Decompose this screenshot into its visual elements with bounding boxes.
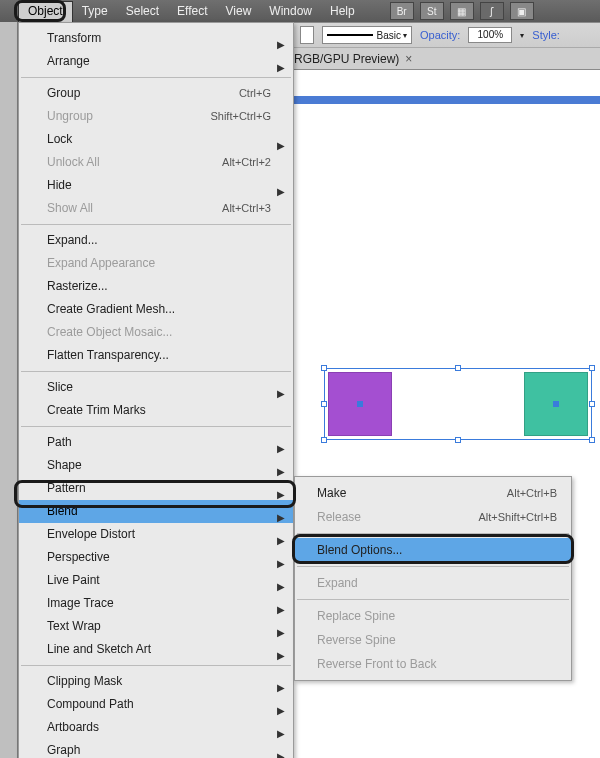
opacity-label: Opacity:: [420, 29, 460, 41]
blend-submenu: MakeAlt+Ctrl+BReleaseAlt+Shift+Ctrl+BBle…: [294, 476, 572, 681]
menu-item-create-gradient-mesh-[interactable]: Create Gradient Mesh...: [19, 298, 293, 321]
menu-item-artboards[interactable]: Artboards▶: [19, 716, 293, 739]
menu-item-live-paint[interactable]: Live Paint▶: [19, 569, 293, 592]
menu-effect[interactable]: Effect: [168, 0, 216, 22]
menu-item-show-all: Show AllAlt+Ctrl+3: [19, 197, 293, 220]
brush-stroke-dropdown[interactable]: Basic▾: [322, 26, 412, 44]
menu-item-create-trim-marks[interactable]: Create Trim Marks: [19, 399, 293, 422]
menu-item-envelope-distort[interactable]: Envelope Distort▶: [19, 523, 293, 546]
stroke-width-dropdown[interactable]: [300, 26, 314, 44]
feather-icon[interactable]: ʃ: [480, 2, 504, 20]
style-label: Style:: [532, 29, 560, 41]
menu-item-expand-appearance: Expand Appearance: [19, 252, 293, 275]
menubar: Object Type Select Effect View Window He…: [0, 0, 600, 22]
opacity-field[interactable]: 100%: [468, 27, 512, 43]
menu-item-hide[interactable]: Hide▶: [19, 174, 293, 197]
menu-item-path[interactable]: Path▶: [19, 431, 293, 454]
chevron-right-icon: ▶: [277, 644, 285, 667]
menu-item-arrange[interactable]: Arrange▶: [19, 50, 293, 73]
menu-item-transform[interactable]: Transform▶: [19, 27, 293, 50]
menu-select[interactable]: Select: [117, 0, 168, 22]
chevron-right-icon: ▶: [277, 745, 285, 758]
panel-icon[interactable]: ▦: [450, 2, 474, 20]
st-icon[interactable]: St: [420, 2, 444, 20]
menu-item-create-object-mosaic-: Create Object Mosaic...: [19, 321, 293, 344]
submenu-item-replace-spine: Replace Spine: [295, 604, 571, 628]
menu-item-expand-[interactable]: Expand...: [19, 229, 293, 252]
object-menu: Transform▶Arrange▶GroupCtrl+GUngroupShif…: [18, 22, 294, 758]
submenu-item-reverse-spine: Reverse Spine: [295, 628, 571, 652]
menu-item-graph[interactable]: Graph▶: [19, 739, 293, 758]
menu-item-blend[interactable]: Blend▶: [19, 500, 293, 523]
submenu-item-blend-options-[interactable]: Blend Options...: [295, 538, 571, 562]
menu-item-compound-path[interactable]: Compound Path▶: [19, 693, 293, 716]
menu-item-lock[interactable]: Lock▶: [19, 128, 293, 151]
menu-item-shape[interactable]: Shape▶: [19, 454, 293, 477]
menu-object[interactable]: Object: [18, 1, 73, 22]
menu-item-slice[interactable]: Slice▶: [19, 376, 293, 399]
submenu-item-reverse-front-to-back: Reverse Front to Back: [295, 652, 571, 676]
menu-item-text-wrap[interactable]: Text Wrap▶: [19, 615, 293, 638]
menu-view[interactable]: View: [217, 0, 261, 22]
selection-box: [324, 368, 592, 440]
menu-type[interactable]: Type: [73, 0, 117, 22]
menu-item-flatten-transparency-[interactable]: Flatten Transparency...: [19, 344, 293, 367]
menu-item-group[interactable]: GroupCtrl+G: [19, 82, 293, 105]
menu-item-clipping-mask[interactable]: Clipping Mask▶: [19, 670, 293, 693]
submenu-item-expand: Expand: [295, 571, 571, 595]
toolbox: [0, 22, 18, 758]
menu-item-perspective[interactable]: Perspective▶: [19, 546, 293, 569]
menu-window[interactable]: Window: [260, 0, 321, 22]
br-icon[interactable]: Br: [390, 2, 414, 20]
menu-item-rasterize-[interactable]: Rasterize...: [19, 275, 293, 298]
menu-item-line-and-sketch-art[interactable]: Line and Sketch Art▶: [19, 638, 293, 661]
submenu-item-release: ReleaseAlt+Shift+Ctrl+B: [295, 505, 571, 529]
chevron-right-icon: ▶: [277, 56, 285, 79]
menu-item-unlock-all: Unlock AllAlt+Ctrl+2: [19, 151, 293, 174]
menu-item-ungroup: UngroupShift+Ctrl+G: [19, 105, 293, 128]
menu-item-image-trace[interactable]: Image Trace▶: [19, 592, 293, 615]
close-icon[interactable]: ×: [405, 52, 412, 66]
arrange-icon[interactable]: ▣: [510, 2, 534, 20]
menu-item-pattern[interactable]: Pattern▶: [19, 477, 293, 500]
document-tab[interactable]: (RGB/GPU Preview)×: [290, 52, 412, 66]
submenu-item-make[interactable]: MakeAlt+Ctrl+B: [295, 481, 571, 505]
menu-help[interactable]: Help: [321, 0, 364, 22]
